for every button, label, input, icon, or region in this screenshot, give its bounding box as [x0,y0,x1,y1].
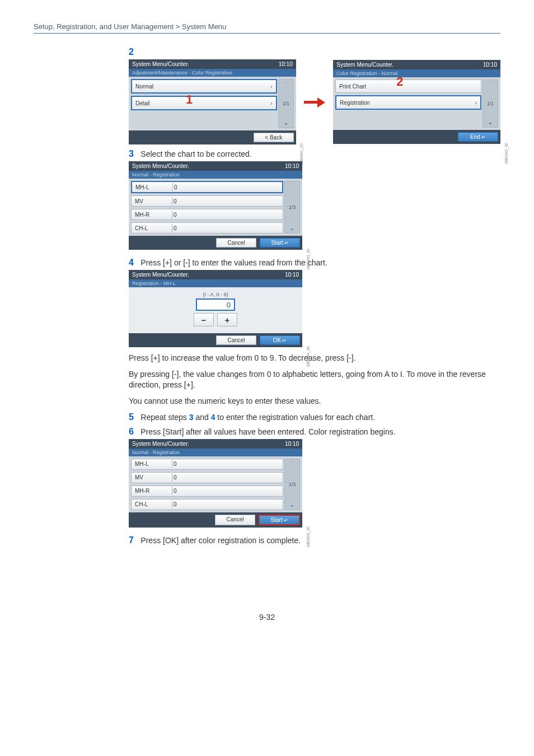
step-3-num: 3 [129,149,134,158]
panel-subtitle: Registration - MH-L [129,279,302,287]
value-key: MH-R [132,487,172,495]
list-item-label: Registration [340,100,369,106]
step-5-num: 5 [129,412,134,422]
value-val: 0 [172,224,182,232]
list-item-normal[interactable]: Normal › [131,79,277,94]
value-row-mhl[interactable]: MH-L 0 [131,459,283,470]
list-item-print-chart[interactable]: Print Chart 2 [335,80,481,93]
value-row-mv[interactable]: MV 0 [131,472,283,483]
panel-title: System Menu/Counter. [132,272,189,278]
panel-header: System Menu/Counter. 10:10 [129,439,302,449]
pager-count: 1/3 [289,482,296,487]
panel-color-registration: System Menu/Counter. 10:10 Adjustment/Ma… [129,59,296,144]
panel-header: System Menu/Counter. 10:10 [333,60,500,69]
panel-time: 10:10 [285,272,299,278]
start-button[interactable]: Start↵ [260,238,300,248]
list-item-label: Print Chart [339,83,366,90]
start-button[interactable]: Start↵ [259,515,300,525]
panel-subtitle: Adjustment/Maintenance - Color Registrat… [129,69,296,77]
value-row-mhl[interactable]: MH-L 0 [131,181,283,193]
list-item-registration[interactable]: Registration › [335,95,481,110]
plus-button[interactable]: + [217,313,237,326]
range-label: (I - A, 0 - 9) [203,292,228,297]
chevron-down-icon[interactable]: ⌄ [289,224,295,232]
pager-count: 1/3 [289,204,296,210]
pager-count: 1/1 [487,101,494,106]
ok-button[interactable]: OK↵ [260,335,300,345]
value-key: MV [132,197,172,206]
value-val: 0 [172,197,182,206]
step-3-text: Select the chart to be corrected. [140,150,251,158]
step-4-num: 4 [129,258,134,267]
enter-icon: ↵ [284,240,289,246]
panel-subtitle: Normal - Registration [129,449,302,456]
figure-id: GB0943_00 [306,526,310,547]
chevron-up-icon[interactable]: ⌃ [289,183,295,190]
cancel-button[interactable]: Cancel [216,335,256,345]
panel-title: System Menu/Counter. [132,441,189,447]
pager-nav: ⌃ 1/1 ⌄ [278,79,294,128]
pager-count: 1/1 [282,101,289,106]
enter-icon: ↵ [282,338,287,343]
list-item-label: Detail [135,100,150,106]
panel-title: System Menu/Counter. [132,163,189,169]
end-button[interactable]: End↵ [458,132,498,142]
value-row-mhr[interactable]: MH-R 0 [131,486,283,497]
value-row-mhr[interactable]: MH-R 0 [131,209,283,220]
back-button[interactable]: < Back [254,133,294,142]
chevron-up-icon[interactable]: ⌃ [289,460,295,468]
chevron-up-icon[interactable]: ⌃ [488,81,493,89]
figure-id: GB0942_00 [504,143,508,164]
value-key: MH-L [132,183,172,192]
ref-step-3: 3 [189,413,194,422]
value-key: CH-L [132,500,172,508]
value-row-chl[interactable]: CH-L 0 [131,499,283,510]
enter-icon: ↵ [284,517,288,523]
value-val: 0 [172,183,183,192]
cancel-button[interactable]: Cancel [215,515,255,525]
value-val: 0 [172,487,182,495]
chevron-down-icon[interactable]: ⌄ [283,119,289,127]
pager-nav: ⌃ 1/3 ⌄ [284,181,300,234]
value-val: 0 [172,460,182,468]
value-key: MH-L [132,460,172,468]
value-row-mv[interactable]: MV 0 [131,195,283,207]
panel-time: 10:10 [285,441,299,447]
step-7-num: 7 [129,535,134,545]
step-4-text: Press [+] or [-] to enter the values rea… [140,258,327,267]
panel-normal-registration-start: System Menu/Counter. 10:10 Normal - Regi… [129,439,302,528]
page-number: 9-32 [34,613,500,622]
chevron-right-icon: › [475,99,477,106]
chevron-right-icon: › [270,100,273,106]
chevron-right-icon: › [270,83,273,90]
value-val: 0 [172,211,182,219]
list-item-label: Normal [135,83,153,90]
para-numeric-keys: You cannot use the numeric keys to enter… [129,396,487,407]
value-key: MH-R [132,211,172,219]
header-rule [34,33,500,34]
minus-button[interactable]: − [194,313,214,326]
panel-title: System Menu/Counter. [132,61,189,67]
panel-registration-mhl: System Menu/Counter. 10:10 Registration … [129,270,302,347]
step-5-text: Repeat steps 3 and 4 to enter the regist… [140,413,375,422]
step-6-num: 6 [129,427,134,436]
step-7-text: Press [OK] after color registration is c… [140,536,301,545]
pager-nav: ⌃ 1/1 ⌄ [483,80,498,128]
list-item-detail[interactable]: Detail › 1 [131,96,277,110]
para-alphabetic: By pressing [-], the value changes from … [129,369,487,390]
panel-header: System Menu/Counter. 10:10 [129,59,296,69]
figure-id: GB0943_00 [306,249,310,269]
chevron-down-icon[interactable]: ⌄ [289,501,295,508]
value-row-chl[interactable]: CH-L 0 [131,222,283,234]
panel-header: System Menu/Counter. 10:10 [129,161,302,171]
chevron-down-icon[interactable]: ⌄ [488,118,493,126]
chevron-up-icon[interactable]: ⌃ [283,81,289,88]
value-key: CH-L [132,224,172,232]
value-val: 0 [172,473,182,482]
panel-color-registration-normal: System Menu/Counter. 10:10 Color Registr… [333,60,500,144]
panel-normal-registration: System Menu/Counter. 10:10 Normal - Regi… [129,161,302,250]
cancel-button[interactable]: Cancel [216,238,256,248]
step-6-text: Press [Start] after all values have been… [140,427,395,436]
panel-header: System Menu/Counter. 10:10 [129,270,302,279]
figure-id: GB0944_00 [306,346,310,367]
